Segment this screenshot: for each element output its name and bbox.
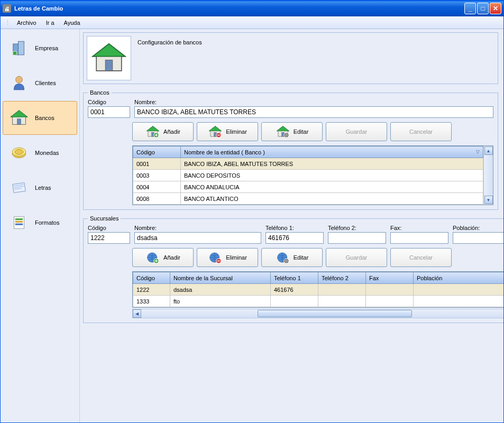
page-title: Configuración de bancos — [138, 36, 202, 45]
add-icon — [145, 125, 160, 139]
sidebar-item-label: Bancos — [35, 115, 72, 121]
suc-fax-label: Fax: — [390, 225, 448, 231]
suc-nombre-input[interactable] — [134, 232, 261, 244]
sucursales-hscrollbar[interactable]: ◀ ▶ — [132, 309, 503, 318]
minimize-button[interactable]: _ — [464, 3, 476, 14]
bancos-legend: Bancos — [88, 89, 112, 96]
banco-guardar-button: Guardar — [326, 122, 387, 141]
scroll-up-icon[interactable]: ▲ — [484, 146, 493, 155]
suc-anadir-button[interactable]: Añadir — [132, 248, 194, 267]
menu-archivo[interactable]: Archivo — [13, 19, 41, 27]
close-button[interactable]: ✕ — [490, 3, 501, 14]
suc-tel2-label: Teléfono 2: — [328, 225, 386, 231]
titlebar: 🖨 Letras de Cambio _ □ ✕ — [1, 1, 503, 16]
formats-icon — [7, 211, 31, 234]
user-icon — [7, 71, 31, 95]
suc-codigo-label: Código — [88, 225, 130, 231]
banco-eliminar-button[interactable]: Eliminar — [197, 122, 258, 141]
sidebar-item-monedas[interactable]: Monedas — [3, 136, 77, 170]
banco-nombre-input[interactable] — [134, 106, 493, 118]
content-header: Configuración de bancos — [83, 32, 498, 84]
sort-indicator-icon: ▽ — [476, 149, 480, 154]
maximize-button[interactable]: □ — [477, 3, 489, 14]
col-tel2[interactable]: Teléfono 2 — [318, 272, 366, 284]
banco-cancelar-button: Cancelar — [390, 122, 452, 141]
edit-icon — [276, 125, 290, 139]
table-row[interactable]: 1222dsadsa461676 — [133, 284, 504, 296]
sidebar-item-clientes[interactable]: Clientes — [3, 66, 77, 100]
suc-codigo-input[interactable] — [88, 232, 130, 244]
app-window: 🖨 Letras de Cambio _ □ ✕ ⋮ Archivo Ir a … — [0, 0, 504, 423]
bancos-fieldset: Bancos Código Nombre: Añadir Eliminar Ed… — [83, 89, 498, 210]
scroll-down-icon[interactable]: ▼ — [484, 196, 493, 204]
banco-nombre-label: Nombre: — [134, 99, 493, 105]
sucursales-legend: Sucursales — [88, 215, 121, 222]
bank-icon — [7, 106, 31, 130]
app-icon: 🖨 — [3, 4, 11, 13]
sucursales-fieldset: Sucursales Código Nombre: Teléfono 1: — [83, 215, 503, 323]
col-codigo[interactable]: Código — [133, 146, 181, 158]
menubar-grip: ⋮ — [5, 19, 10, 26]
suc-nombre-label: Nombre: — [134, 225, 261, 231]
delete-icon — [208, 125, 223, 139]
suc-tel1-label: Teléfono 1: — [265, 225, 324, 231]
sidebar-item-label: Clientes — [35, 80, 72, 86]
sidebar-item-formatos[interactable]: Formatos — [3, 206, 77, 240]
sidebar-item-label: Formatos — [35, 219, 72, 226]
suc-fax-input[interactable] — [390, 232, 448, 244]
suc-tel2-input[interactable] — [328, 232, 386, 244]
letter-icon — [7, 176, 31, 199]
sidebar-item-label: Letras — [35, 185, 72, 191]
banco-anadir-button[interactable]: Añadir — [132, 122, 194, 141]
col-nombre[interactable]: Nombre de la Sucursal — [170, 272, 271, 284]
sidebar-item-label: Empresa — [35, 45, 72, 51]
suc-eliminar-button[interactable]: Eliminar — [197, 248, 258, 267]
window-title: Letras de Cambio — [14, 5, 464, 12]
header-bank-icon — [87, 36, 131, 80]
col-poblacion[interactable]: Población — [414, 272, 504, 284]
col-nombre[interactable]: Nombre de la entidad ( Banco )▽ — [181, 146, 483, 158]
menubar: ⋮ Archivo Ir a Ayuda — [1, 16, 503, 29]
suc-poblacion-label: Población: — [453, 225, 503, 231]
bancos-grid: Código Nombre de la entidad ( Banco )▽ 0… — [132, 145, 493, 205]
banco-codigo-label: Código — [88, 99, 130, 105]
menu-ayuda[interactable]: Ayuda — [60, 19, 85, 27]
buildings-icon — [7, 36, 31, 60]
sucursales-grid: Código Nombre de la Sucursal Teléfono 1 … — [132, 271, 503, 308]
table-row[interactable]: 0003BANCO DEPOSITOS — [133, 170, 483, 181]
suc-poblacion-input[interactable] — [453, 232, 503, 244]
sidebar-item-empresa[interactable]: Empresa — [3, 31, 77, 65]
scroll-thumb[interactable] — [258, 310, 413, 317]
coin-icon — [7, 141, 31, 164]
bancos-scrollbar[interactable]: ▲ ▼ — [483, 146, 493, 205]
banco-codigo-input[interactable] — [88, 106, 130, 118]
table-row[interactable]: 0004BANCO ANDALUCIA — [133, 181, 483, 193]
scroll-left-icon[interactable]: ◀ — [133, 309, 141, 318]
suc-cancelar-button: Cancelar — [390, 248, 452, 267]
add-icon — [145, 251, 160, 264]
banco-editar-button[interactable]: Editar — [261, 122, 323, 141]
suc-editar-button[interactable]: Editar — [261, 248, 323, 267]
col-fax[interactable]: Fax — [366, 272, 414, 284]
sidebar-item-label: Monedas — [35, 150, 72, 156]
sidebar: Empresa Clientes Bancos Monedas Letras F… — [1, 29, 80, 422]
col-codigo[interactable]: Código — [133, 272, 170, 284]
delete-icon — [208, 251, 223, 264]
sidebar-item-letras[interactable]: Letras — [3, 171, 77, 205]
table-row[interactable]: 0008BANCO ATLANTICO — [133, 193, 483, 205]
suc-guardar-button: Guardar — [326, 248, 387, 267]
edit-icon — [276, 251, 290, 264]
table-row[interactable]: 1333fto — [133, 296, 504, 307]
suc-tel1-input[interactable] — [265, 232, 324, 244]
col-tel1[interactable]: Teléfono 1 — [271, 272, 318, 284]
sidebar-item-bancos[interactable]: Bancos — [3, 101, 77, 135]
table-row[interactable]: 0001BANCO IBIZA, ABEL MATUTES TORRES — [133, 158, 483, 170]
menu-ira[interactable]: Ir a — [42, 19, 59, 27]
